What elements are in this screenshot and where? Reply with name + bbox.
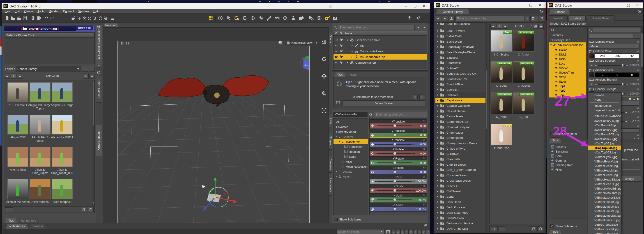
camera-select-icon[interactable] [298, 14, 305, 22]
menu-item-v5breeheadm-jpg[interactable]: V5BreeHeadM.jpg [588, 168, 621, 173]
thumb-scrollbar[interactable]: ▲▼ [93, 80, 95, 206]
eye-open-icon[interactable] [334, 55, 339, 59]
create-null-icon[interactable]: + [102, 14, 109, 22]
library-folder[interactable]: SCatherine3678a [436, 119, 487, 124]
surface-group[interactable]: Favorites [549, 33, 586, 38]
lesson-number-5[interactable]: 5 [409, 229, 413, 234]
slider-track[interactable] [377, 144, 412, 145]
gear-icon[interactable] [636, 88, 640, 91]
add-button[interactable]: + [491, 226, 498, 231]
subtab-shader-baker[interactable]: Shader Baker [587, 15, 614, 21]
maximize-button[interactable]: ▢ [526, 3, 535, 8]
expand-icon[interactable] [436, 35, 439, 37]
lesson-number-3[interactable]: 3 [400, 229, 404, 234]
thumbnail[interactable] [30, 115, 50, 134]
slider-handle[interactable] [393, 133, 396, 136]
minimize-button[interactable]: – [402, 4, 410, 9]
page-box[interactable]: 1 [10, 74, 16, 79]
slider-handle[interactable] [393, 198, 396, 201]
library-folder[interactable]: SCWOverall [436, 189, 487, 194]
scene-node[interactable]: CapricorniaPants [334, 49, 427, 54]
gear-icon[interactable] [636, 40, 640, 43]
viewport-canvas[interactable]: Front [103, 28, 329, 224]
node-selector[interactable]: V6-CapricorniaTop▼ [333, 112, 368, 117]
menu-item-v5breelimbstl-jpg[interactable]: V5BreeLimbsTL.jpg [588, 218, 621, 222]
library-folder[interactable]: SDay At The Mall [436, 226, 487, 231]
library-folder[interactable]: SBasic Wear [436, 39, 487, 44]
increment-button[interactable]: + [625, 111, 627, 114]
expand-icon[interactable] [436, 222, 439, 224]
decrement-button[interactable]: − [375, 152, 376, 155]
expand-icon[interactable] [436, 147, 439, 150]
subtab-presets[interactable]: Presets [549, 15, 568, 21]
forward-button[interactable]: ► [442, 16, 448, 21]
figure-setup-icon[interactable] [290, 14, 297, 22]
prev-page-button[interactable]: ◄ [4, 74, 10, 79]
expand-icon[interactable] [436, 142, 439, 144]
gear-icon[interactable] [636, 98, 639, 100]
settings-button-fragment[interactable]: ettings [618, 176, 641, 182]
surface-node[interactable]: SleeveTrim [549, 70, 586, 75]
slider-track[interactable] [377, 135, 412, 135]
library-folder[interactable]: SBack to Business [436, 22, 487, 26]
comb-tool-icon[interactable] [274, 14, 281, 22]
library-item[interactable]: Pose [491, 124, 512, 145]
surface-node[interactable]: Lace [549, 61, 586, 66]
library-folder[interactable]: SBoudoirBliss [436, 82, 487, 87]
slider-track[interactable] [377, 181, 412, 182]
expand-icon[interactable] [549, 76, 553, 78]
up-folder-button[interactable] [449, 16, 454, 21]
slider-type-button[interactable]: ▼ [589, 82, 594, 86]
search-button[interactable] [539, 16, 545, 21]
library-folder[interactable]: SBlackbat [436, 55, 487, 60]
thumbnail[interactable] [8, 179, 28, 199]
surface-node[interactable]: Disk2 [549, 57, 586, 61]
texture-thumb[interactable] [589, 54, 594, 58]
pan-icon[interactable] [321, 74, 327, 79]
expand-icon[interactable] [350, 50, 354, 53]
scene-filter-input[interactable]: Enter text to filter by... [338, 25, 415, 30]
parameter-group[interactable]: Favorites [334, 124, 368, 129]
expand-icon[interactable] [436, 126, 439, 128]
tab-tips[interactable]: Tips [335, 72, 346, 77]
rotate-tool-icon[interactable] [241, 14, 248, 22]
copy-icon[interactable] [81, 207, 87, 212]
render-camera-icon[interactable] [332, 14, 339, 22]
render-group[interactable]: GBuckets [549, 145, 586, 149]
increment-button[interactable]: + [626, 64, 628, 67]
file-path-input[interactable] [588, 34, 634, 39]
thumbnail[interactable] [52, 179, 72, 199]
expand-icon[interactable] [436, 62, 439, 64]
slider-handle[interactable] [393, 189, 396, 192]
gear-icon[interactable] [636, 125, 640, 128]
collapse-icon[interactable] [346, 39, 349, 41]
surface-group[interactable]: All [549, 28, 586, 33]
parameter-group[interactable]: GRotation [334, 149, 368, 154]
library-search-input[interactable]: Enter text to search by... [456, 16, 524, 21]
parameter-slider-ztranslate[interactable]: zTranslate−+0.00 [370, 138, 427, 147]
render-group[interactable]: GGain [549, 154, 586, 158]
expand-icon[interactable] [549, 94, 553, 96]
parameter-slider-x-rotate[interactable]: X Rotate−+0.00 [370, 147, 427, 156]
dock-tab-smart-content[interactable]: Smart Content [96, 75, 102, 103]
expand-icon[interactable] [549, 63, 553, 65]
library-folder[interactable]: SCute3D [436, 183, 487, 188]
library-folder[interactable]: SDark Princess [436, 205, 487, 210]
surfaces-titlebar[interactable]: DS DAZ Studio – ▢ ✕ [547, 2, 643, 8]
zoom-icon[interactable] [321, 91, 327, 96]
decrement-button[interactable]: − [375, 189, 376, 192]
library-folder[interactable]: SBodySuit-CropTop-Cy... [436, 71, 487, 76]
gear-icon[interactable] [423, 120, 426, 123]
draw-style-caret[interactable]: ▼ [281, 43, 283, 45]
render-group[interactable]: GSampling [549, 149, 586, 154]
dock-tab-simtenero-randomizer-2[interactable]: SimTenero Randomizer 2 [96, 25, 102, 65]
pane-menu-icon[interactable] [329, 5, 332, 9]
surfaces-tab[interactable]: Surfaces [549, 9, 570, 14]
eye-closed-icon[interactable] [334, 61, 339, 64]
geometry-tool-icon[interactable] [282, 14, 289, 22]
render-tips-tab[interactable]: Tips [549, 229, 561, 234]
surface-node[interactable]: Studs [549, 79, 586, 84]
expand-icon[interactable] [436, 217, 439, 219]
surfaces-tips-tab[interactable]: Tips [549, 137, 561, 143]
scroll-arrows-icon[interactable]: ▲▼ [93, 201, 94, 205]
